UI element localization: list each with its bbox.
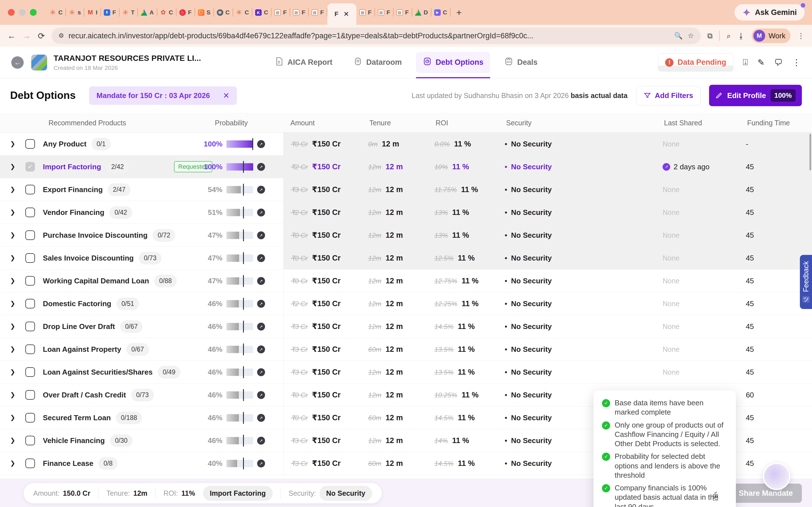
edit-icon[interactable]: ✎ bbox=[758, 57, 765, 67]
back-button[interactable]: ← bbox=[7, 31, 16, 41]
open-product-icon[interactable]: ↗ bbox=[257, 459, 265, 467]
open-product-icon[interactable]: ↗ bbox=[257, 437, 265, 445]
row-checkbox[interactable] bbox=[26, 322, 35, 331]
row-checkbox[interactable] bbox=[26, 413, 35, 422]
row-checkbox[interactable] bbox=[26, 185, 35, 194]
row-checkbox[interactable] bbox=[26, 208, 35, 217]
row-checkbox[interactable] bbox=[26, 367, 35, 377]
row-expander-chevron-icon[interactable]: ❯ bbox=[0, 300, 26, 307]
row-expander-chevron-icon[interactable]: ❯ bbox=[0, 209, 26, 216]
row-checkbox[interactable] bbox=[26, 230, 35, 240]
add-filters-button[interactable]: Add Filters bbox=[636, 86, 701, 105]
ask-gemini-button[interactable]: Ask Gemini bbox=[734, 4, 805, 20]
browser-tab[interactable]: ▢S bbox=[195, 0, 213, 25]
back-circle-button[interactable]: ← bbox=[11, 56, 24, 69]
browser-tab[interactable]: KC bbox=[252, 0, 271, 25]
browser-tab[interactable]: A bbox=[138, 0, 156, 25]
browser-tab[interactable]: ✳C bbox=[47, 0, 65, 25]
row-expander-chevron-icon[interactable]: ❯ bbox=[0, 391, 26, 399]
row-checkbox[interactable] bbox=[26, 299, 35, 308]
feedback-tab[interactable]: Feedback ツ bbox=[800, 255, 812, 309]
browser-tab[interactable]: ✳s bbox=[66, 0, 84, 25]
row-expander-chevron-icon[interactable]: ❯ bbox=[0, 163, 26, 170]
data-pending-button[interactable]: ! Data Pending bbox=[658, 53, 733, 71]
open-product-icon[interactable]: ↗ bbox=[257, 209, 265, 216]
row-checkbox[interactable] bbox=[26, 436, 35, 445]
zoom-page-icon[interactable]: 🔍 bbox=[674, 32, 682, 40]
open-product-icon[interactable]: ↗ bbox=[257, 414, 265, 421]
search-tabs-icon[interactable]: ⌕ bbox=[726, 32, 731, 40]
open-product-icon[interactable]: ↗ bbox=[257, 186, 265, 193]
row-expander-chevron-icon[interactable]: ❯ bbox=[0, 437, 26, 444]
row-expander-chevron-icon[interactable]: ❯ bbox=[0, 140, 26, 148]
tab-debt-options[interactable]: Debt Options bbox=[416, 52, 490, 73]
browser-tab[interactable]: ▤F bbox=[356, 0, 374, 25]
row-checkbox[interactable] bbox=[26, 459, 35, 468]
mandate-chip-close-icon[interactable]: ✕ bbox=[223, 91, 229, 100]
tab-close-icon[interactable]: ✕ bbox=[343, 10, 349, 18]
assistant-orb-widget[interactable] bbox=[763, 463, 790, 490]
comment-icon[interactable]: 🗩 bbox=[774, 58, 783, 67]
open-product-icon[interactable]: ↗ bbox=[257, 368, 265, 376]
row-expander-chevron-icon[interactable]: ❯ bbox=[0, 346, 26, 353]
open-product-icon[interactable]: ↗ bbox=[257, 163, 265, 171]
close-window-button[interactable] bbox=[8, 9, 15, 16]
open-product-icon[interactable]: ↗ bbox=[257, 140, 265, 148]
browser-tab[interactable]: ✳T bbox=[119, 0, 138, 25]
ai-export-icon[interactable]: ⍗ bbox=[743, 57, 748, 67]
browser-tab[interactable]: ⊕C bbox=[214, 0, 233, 25]
browser-profile[interactable]: M Work bbox=[752, 29, 791, 43]
browser-tab[interactable]: ✿C bbox=[157, 0, 176, 25]
address-bar[interactable]: ⚙ recur.aicatech.in/investor/app/debt-pr… bbox=[52, 27, 701, 44]
row-expander-chevron-icon[interactable]: ❯ bbox=[0, 414, 26, 421]
open-product-icon[interactable]: ↗ bbox=[257, 323, 265, 330]
row-expander-chevron-icon[interactable]: ❯ bbox=[0, 255, 26, 262]
browser-tab-active[interactable]: F✕ bbox=[327, 3, 357, 25]
row-checkbox[interactable] bbox=[26, 390, 35, 400]
tab-dataroom[interactable]: Dataroom bbox=[347, 52, 409, 73]
browser-tab[interactable]: ▤F bbox=[290, 0, 308, 25]
site-settings-icon[interactable]: ⚙ bbox=[58, 32, 63, 40]
extensions-icon[interactable]: ⧉ bbox=[707, 32, 713, 40]
browser-tab[interactable]: ⁘F bbox=[176, 0, 195, 25]
row-expander-chevron-icon[interactable]: ❯ bbox=[0, 460, 26, 467]
downloads-icon[interactable]: ⭳ bbox=[738, 32, 745, 40]
row-checkbox[interactable] bbox=[26, 276, 35, 286]
row-expander-chevron-icon[interactable]: ❯ bbox=[0, 323, 26, 330]
forward-button[interactable]: → bbox=[22, 31, 31, 41]
browser-tab[interactable]: ✳C bbox=[233, 0, 252, 25]
tab-aica-report[interactable]: AICA Report bbox=[267, 52, 339, 73]
open-product-icon[interactable]: ↗ bbox=[257, 391, 265, 399]
tab-deals[interactable]: Deals bbox=[497, 52, 544, 73]
minimize-window-button[interactable] bbox=[19, 9, 26, 16]
open-product-icon[interactable]: ↗ bbox=[257, 231, 265, 239]
browser-tab[interactable]: ▤F bbox=[309, 0, 327, 25]
browser-tab[interactable]: ▤F bbox=[394, 0, 412, 25]
edit-profile-button[interactable]: Edit Profile 100% bbox=[709, 85, 802, 106]
row-checkbox[interactable] bbox=[26, 344, 35, 354]
open-product-icon[interactable]: ↗ bbox=[257, 345, 265, 353]
chrome-menu-icon[interactable]: ⋮ bbox=[797, 32, 805, 40]
open-product-icon[interactable]: ↗ bbox=[257, 254, 265, 262]
browser-tab[interactable]: ▤F bbox=[271, 0, 290, 25]
browser-tab[interactable]: D bbox=[412, 0, 431, 25]
more-menu-icon[interactable]: ⋮ bbox=[792, 57, 801, 67]
row-checkbox[interactable] bbox=[26, 139, 35, 149]
row-expander-chevron-icon[interactable]: ❯ bbox=[0, 186, 26, 193]
row-checkbox[interactable]: ✓ bbox=[26, 162, 35, 172]
table-scrollbar[interactable] bbox=[809, 134, 811, 170]
open-product-icon[interactable]: ↗ bbox=[257, 277, 265, 285]
row-checkbox[interactable] bbox=[26, 253, 35, 263]
new-tab-button[interactable]: + bbox=[456, 7, 462, 18]
row-expander-chevron-icon[interactable]: ❯ bbox=[0, 231, 26, 239]
browser-tab[interactable]: ▶C bbox=[432, 0, 450, 25]
url-text[interactable]: recur.aicatech.in/investor/app/debt-prod… bbox=[68, 32, 669, 40]
browser-tab[interactable]: ↟F bbox=[101, 0, 119, 25]
browser-tab[interactable]: ▤F bbox=[375, 0, 393, 25]
browser-tab[interactable]: MI bbox=[84, 0, 100, 25]
reload-button[interactable]: ⟳ bbox=[38, 31, 45, 41]
maximize-window-button[interactable] bbox=[30, 9, 37, 16]
row-expander-chevron-icon[interactable]: ❯ bbox=[0, 277, 26, 284]
row-expander-chevron-icon[interactable]: ❯ bbox=[0, 369, 26, 376]
bookmark-star-icon[interactable]: ☆ bbox=[688, 32, 694, 40]
